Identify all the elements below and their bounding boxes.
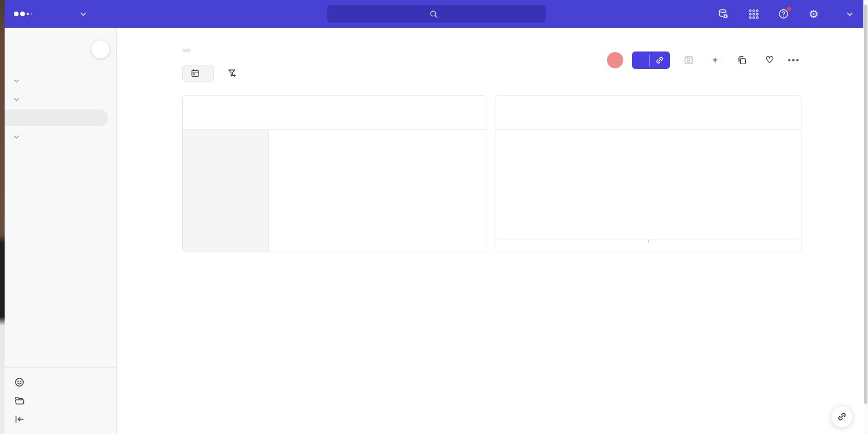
duplicate-button[interactable]: [737, 56, 751, 65]
data-sources-icon[interactable]: [717, 8, 730, 20]
avatar[interactable]: [607, 52, 623, 68]
more-options-button[interactable]: [787, 57, 800, 64]
sidebar-footer: [5, 367, 116, 434]
date-range-button[interactable]: [183, 65, 214, 81]
notification-badge: [786, 6, 792, 12]
bar-chart: [183, 130, 487, 252]
link-icon: [837, 411, 847, 422]
search-icon: [429, 10, 438, 19]
main-content: + ♡: [117, 28, 868, 434]
window-scrollbar[interactable]: [863, 0, 868, 434]
x-axis: [499, 240, 797, 252]
nav-reports[interactable]: [76, 12, 86, 16]
search-input[interactable]: [327, 5, 546, 23]
x-axis-tick: [648, 240, 649, 242]
collapse-left-icon: [14, 414, 24, 424]
chevron-down-icon: [80, 12, 86, 16]
most-viewed-dashboards-button[interactable]: [5, 373, 116, 391]
settings-gear-icon[interactable]: ⚙: [807, 8, 820, 20]
calendar-icon: [191, 69, 200, 78]
heart-icon: ♡: [766, 56, 774, 65]
apps-grid-icon[interactable]: [747, 8, 760, 20]
bar-chart-bars: [269, 130, 487, 252]
save-button[interactable]: [684, 56, 697, 65]
dashboard-toolbar: + ♡: [607, 52, 800, 69]
sidebar: [5, 28, 117, 434]
add-dashboard-button[interactable]: [91, 41, 109, 58]
help-icon[interactable]: [777, 8, 790, 20]
share-link-icon[interactable]: [650, 52, 670, 69]
filter-button[interactable]: [228, 69, 241, 78]
desktop-edge-strip: [0, 0, 5, 434]
chevron-down-icon: [14, 79, 19, 83]
duplicate-icon: [737, 56, 746, 65]
visibility-badge: [182, 49, 190, 52]
chart-legend: [496, 130, 800, 145]
top-navbar: ⚙: [5, 0, 868, 28]
card-new-episodes-found: [495, 95, 801, 252]
folder-icon: [14, 396, 24, 406]
filter-funnel-icon: [228, 69, 237, 78]
section-created-by-you[interactable]: [5, 135, 116, 139]
sidebar-item-public-podcast-data[interactable]: [5, 109, 108, 126]
all-dashboards-button[interactable]: [5, 391, 116, 410]
chevron-down-icon: [14, 98, 19, 101]
legend-swatch: [643, 135, 649, 140]
date-range-control: [182, 65, 214, 82]
scrollbar-thumb[interactable]: [864, 5, 867, 404]
project-switcher[interactable]: [840, 12, 853, 16]
smiley-icon: [14, 377, 24, 387]
collapse-sidebar-button[interactable]: [5, 410, 116, 428]
chevron-down-icon: [14, 135, 19, 139]
chevron-down-icon: [847, 12, 853, 16]
line-chart-plot: [496, 145, 800, 240]
copy-link-fab[interactable]: [831, 406, 853, 428]
section-favorites[interactable]: [5, 79, 116, 83]
card-new-episodes-by-generator: [182, 95, 487, 252]
sidebar-item-public-podcast-data-2[interactable]: [5, 148, 108, 165]
add-report-button[interactable]: +: [712, 56, 722, 65]
app-logo-icon[interactable]: [14, 12, 37, 16]
share-button[interactable]: [632, 52, 670, 69]
section-recently-viewed[interactable]: [5, 98, 116, 101]
plus-icon: +: [712, 55, 718, 65]
line-chart: [495, 130, 801, 252]
favorite-button[interactable]: ♡: [766, 56, 778, 65]
save-icon: [684, 56, 693, 65]
bar-chart-labels: [183, 130, 269, 252]
